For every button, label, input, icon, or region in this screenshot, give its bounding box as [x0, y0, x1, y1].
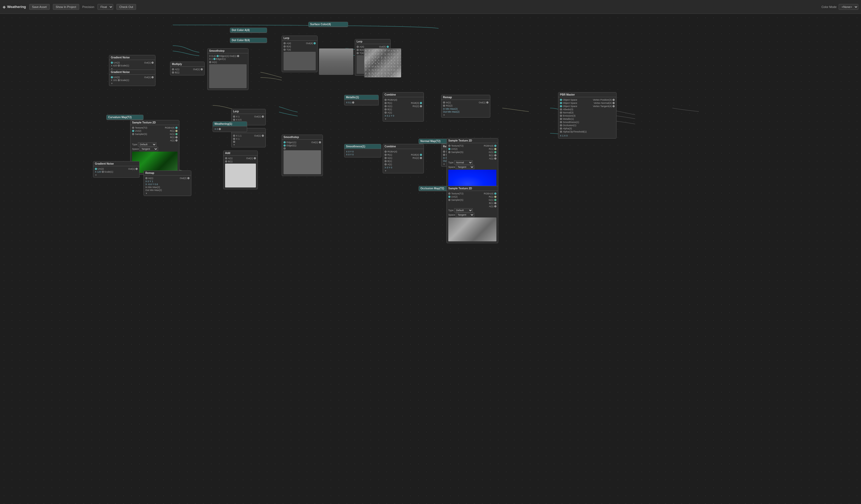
weathering-input-node[interactable]: Weathering(1) X 0 [213, 121, 247, 132]
st2-sampler-port [448, 151, 450, 153]
gn2-chevron[interactable]: ▼ [111, 82, 113, 85]
lerp-top-node[interactable]: Lerp A(4) Out(4) B(4) T(4) [282, 36, 317, 72]
remap-3-node[interactable]: Remap In(1) Out(2) X 0 Y 1 X -0.6 Y 0.6 … [144, 170, 191, 196]
gradient-noise-2-node[interactable]: Gradient Noise UV(2) Out(1) X 101 Scale(… [109, 70, 155, 86]
pbr-alpha-port [560, 127, 562, 129]
metallic-header: Metallic(1) [344, 95, 379, 100]
lerp-mid-header: Lerp [355, 39, 391, 44]
remap-3-header: Remap [144, 171, 191, 176]
st1-space-select[interactable]: Tangent [139, 147, 158, 151]
r3-in-port [145, 177, 148, 179]
dot-color-b-node[interactable]: Dot Color B(4) [230, 38, 267, 43]
c2-rgba-port [384, 151, 387, 153]
topbar: Weathering Save Asset Show In Project Pr… [0, 0, 861, 14]
st3-b-out [494, 202, 496, 204]
st2-tex-port [448, 145, 450, 147]
show-in-project-button[interactable]: Show In Project [53, 4, 79, 10]
gradient-noise-3-node[interactable]: Gradient Noise UV(2) Out(1) X 120 Scale(… [93, 161, 139, 178]
ll2-chevron[interactable]: ▼ [233, 144, 235, 146]
combine-2-node[interactable]: Combine RGBA(4) R(1) RGB(4) G(1) RG(2) B… [383, 144, 424, 173]
metallic-node[interactable]: Metallic(1) X 0.1 [344, 95, 379, 106]
app-title: Weathering [3, 5, 26, 9]
smoothstep-top-preview [209, 64, 247, 88]
sample-texture-3-node[interactable]: Sample Texture 2D Texture(T2) RGBA(4) UV… [447, 186, 498, 243]
add-node[interactable]: Add A(1) Out(1) B(1) [223, 151, 258, 189]
lerp-t-port [284, 48, 286, 51]
gn3-out-port [136, 168, 138, 170]
gradient-noise-1-node[interactable]: Gradient Noise UV(2) Out(1) X 420 Scale(… [109, 55, 155, 71]
st1-type-select[interactable]: Default [138, 142, 156, 146]
c2-chevron[interactable]: ▼ [384, 170, 387, 172]
curvature-map-header: Curvature Map(T2) [107, 115, 143, 120]
r2-chevron[interactable]: ▼ [443, 163, 445, 165]
smoothstep-top-node[interactable]: Smoothstep X 0.41 Edge1(1) Out(1) X 1 Ed… [207, 48, 248, 90]
lerp-top-header: Lerp [282, 36, 317, 41]
smoothstep-x-row: X 0.41 Edge1(1) Out(1) [209, 55, 247, 57]
sample-texture-1-header: Sample Texture 2D [131, 120, 179, 125]
smoothstep-out-port [237, 55, 239, 57]
pbr-occlusion-port [560, 124, 562, 126]
r1-chevron[interactable]: ▼ [443, 114, 445, 116]
lerp-mid-out-port [387, 46, 389, 48]
lerp-a-port [284, 42, 286, 44]
node-canvas[interactable]: Surface Color(4) Dot Color A(4) Dot Colo… [0, 14, 861, 504]
curvature-map-node[interactable]: Curvature Map(T2) [106, 115, 144, 120]
smoothstep-bot-node[interactable]: Smoothstep Edge1(1) Out(1) Edge2(1) [282, 135, 323, 176]
combine-1-node[interactable]: Combine RGBA(4) R(1) RGB(3) G(1) RG(2) B… [383, 92, 424, 122]
pbr-albedo-port [560, 108, 562, 111]
st3-uv-port [448, 196, 450, 198]
smoothness-node[interactable]: Smoothness(1) X 0 Y 0 X 0 Y 0 [344, 144, 381, 157]
gn3-uv-port [95, 168, 97, 170]
precision-label: Precision [82, 5, 94, 9]
surface-color-header: Surface Color(4) [309, 22, 348, 27]
save-asset-button[interactable]: Save Asset [29, 4, 50, 10]
metallic-out-port [352, 101, 354, 103]
c1-rgb-out [420, 102, 422, 104]
smoothstep-in-port [209, 61, 211, 63]
st3-rgba-out [494, 193, 496, 195]
ll-out-port [262, 115, 264, 118]
st2-type-select[interactable]: Normal [454, 160, 473, 165]
pbr-normal-port [560, 112, 562, 114]
gn3-scale-port [102, 171, 104, 173]
pbr-master-node[interactable]: PBR Master Object Space Vertex Position(… [558, 92, 616, 139]
st1-uv-port [132, 130, 134, 132]
r1-out-port [486, 101, 489, 103]
r2-rg2-port [443, 154, 445, 156]
r3-chevron[interactable]: ▼ [145, 192, 148, 195]
c1-g-port [384, 105, 387, 107]
c1-chevron[interactable]: ▼ [384, 118, 387, 120]
smoothstep-edge1-port [217, 55, 219, 57]
st3-r-out [494, 196, 496, 198]
pbr-vnorm-out [613, 102, 615, 104]
mul-out-port [201, 68, 203, 70]
dot-color-b-header: Dot Color B(4) [230, 38, 267, 43]
st3-type-select[interactable]: Default [454, 208, 473, 212]
combine-1-header: Combine [383, 93, 424, 97]
add-b-port [225, 160, 227, 163]
multiply-header: Multiply [170, 62, 204, 67]
dot-color-a-node[interactable]: Dot Color A(4) [230, 28, 267, 33]
remap-1-node[interactable]: Remap In(1) Out(1) RG(2) In Min Max(2) O… [441, 95, 490, 118]
ll2-a-port [233, 135, 235, 137]
st2-uv-port [448, 148, 450, 150]
check-out-button[interactable]: Check Out [117, 4, 136, 10]
c2-b-port [384, 160, 387, 162]
color-mode-select[interactable]: <None> Albedo Normal [839, 4, 858, 10]
st3-space-select[interactable]: Tangent [456, 213, 474, 217]
pbr-vn-port [560, 102, 562, 104]
lerp-mid-b-port [357, 49, 359, 51]
ll-a-port [233, 115, 235, 118]
c2-rg-out [420, 157, 422, 159]
surface-color-node[interactable]: Surface Color(4) [308, 22, 348, 27]
sample-texture-2-header: Sample Texture 2D [447, 138, 498, 143]
pbr-alphaclip-port [560, 131, 562, 133]
ll2-out-port [262, 135, 264, 137]
lerp-out-port [314, 42, 316, 44]
precision-select[interactable]: Float Half [97, 4, 113, 10]
gn3-chevron[interactable]: ▼ [95, 174, 97, 176]
multiply-node[interactable]: Multiply A(1) Out(1) B(1) [170, 61, 205, 75]
st2-space-select[interactable]: Tangent [456, 165, 474, 169]
large-preview-photo [364, 48, 401, 78]
gn2-scale-port [118, 79, 120, 81]
